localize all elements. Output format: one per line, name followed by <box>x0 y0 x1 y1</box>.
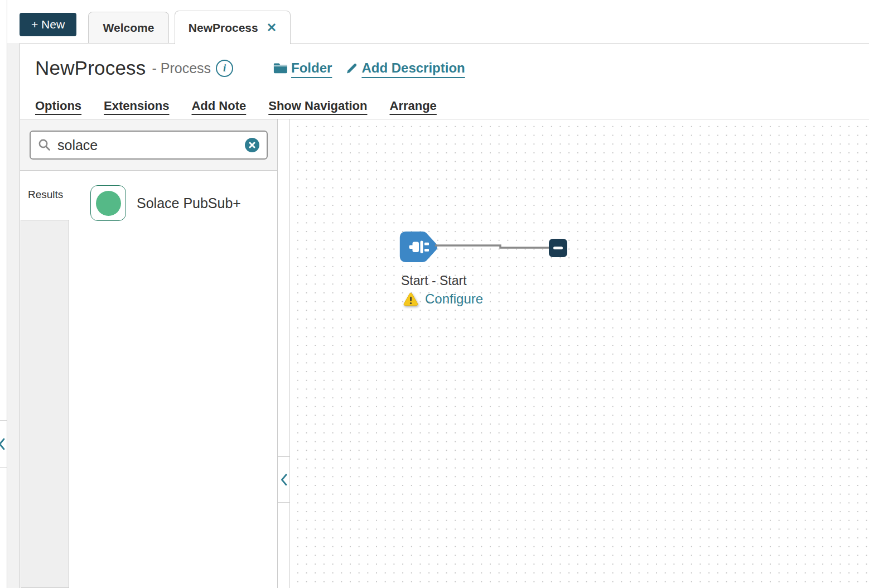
stop-endpoint-shape[interactable] <box>549 239 567 257</box>
page-gutter <box>7 43 20 588</box>
clear-x-icon <box>249 142 255 148</box>
folder-link-label[interactable]: Folder <box>291 60 332 76</box>
tab-newprocess[interactable]: NewProcess ✕ <box>175 11 291 44</box>
folder-link[interactable]: Folder <box>273 60 332 76</box>
process-editor-panel: NewProcess - Process i Folder Add Descri… <box>20 43 869 588</box>
menu-item-arrange[interactable]: Arrange <box>390 99 437 113</box>
process-canvas[interactable]: Start - Start Configure <box>290 119 869 588</box>
search-strip <box>20 119 277 171</box>
chevron-left-icon <box>280 473 288 487</box>
result-item-solace-pubsub[interactable]: Solace PubSub+ <box>90 185 241 221</box>
node-label: Start - Start <box>401 273 467 288</box>
search-icon <box>38 138 51 152</box>
start-shape[interactable] <box>399 231 438 263</box>
shape-search-sidebar: Results Solace PubSub+ <box>20 119 277 588</box>
search-input[interactable] <box>57 137 239 153</box>
chevron-left-icon <box>0 437 6 451</box>
node-configure-row: Configure <box>403 291 483 307</box>
connector-line <box>434 242 553 251</box>
menu-item-extensions[interactable]: Extensions <box>104 99 169 113</box>
tab-welcome[interactable]: Welcome <box>88 12 169 43</box>
new-button[interactable]: + New <box>20 13 76 36</box>
sidebar-divider <box>277 119 290 588</box>
menu-item-show-navigation[interactable]: Show Navigation <box>268 99 367 113</box>
results-tab[interactable]: Results <box>28 189 63 201</box>
result-label: Solace PubSub+ <box>137 195 241 211</box>
warning-icon <box>403 292 419 307</box>
connector-tile <box>90 185 126 221</box>
search-results-area: Results Solace PubSub+ <box>20 171 277 588</box>
info-icon[interactable]: i <box>216 60 233 77</box>
left-panel-strip <box>0 0 7 588</box>
left-panel-collapse-button[interactable] <box>0 420 7 467</box>
results-tab-rail <box>21 220 69 588</box>
clear-search-button[interactable] <box>245 138 259 152</box>
header: NewProcess - Process i Folder Add Descri… <box>35 57 465 79</box>
menu-item-add-note[interactable]: Add Note <box>191 99 246 113</box>
minus-icon <box>553 247 563 249</box>
page-title: NewProcess <box>35 57 146 79</box>
pencil-icon <box>345 62 358 75</box>
sidebar-collapse-button[interactable] <box>278 456 289 503</box>
add-description-link[interactable]: Add Description <box>345 60 465 76</box>
tab-newprocess-label: NewProcess <box>189 21 258 35</box>
main-area: NewProcess - Process i Folder Add Descri… <box>20 0 869 588</box>
process-type-label: - Process <box>152 60 211 76</box>
tab-close-icon[interactable]: ✕ <box>267 22 277 34</box>
folder-icon <box>273 62 288 74</box>
workspace: Results Solace PubSub+ <box>20 119 869 588</box>
search-box <box>30 131 268 160</box>
process-menu: Options Extensions Add Note Show Navigat… <box>35 99 437 113</box>
tab-welcome-label: Welcome <box>103 21 155 35</box>
add-description-link-label[interactable]: Add Description <box>361 60 465 76</box>
configure-link[interactable]: Configure <box>425 291 483 307</box>
solace-connector-icon <box>96 191 121 216</box>
menu-item-options[interactable]: Options <box>35 99 81 113</box>
